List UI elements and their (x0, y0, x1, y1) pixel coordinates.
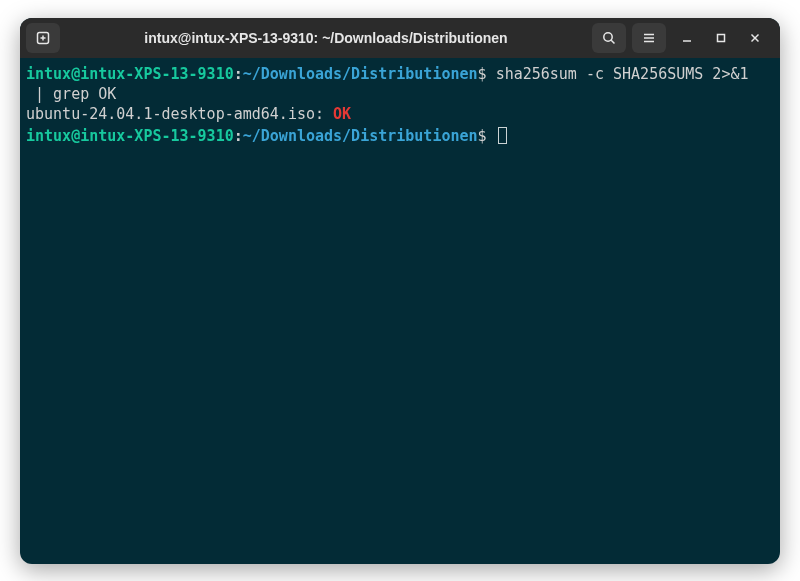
command-continuation: | grep OK (26, 85, 116, 103)
prompt-path: ~/Downloads/Distributionen (243, 65, 478, 83)
maximize-icon (715, 32, 727, 44)
output-status-ok: OK (333, 105, 351, 123)
svg-line-4 (611, 40, 614, 43)
close-icon (749, 32, 761, 44)
prompt-colon: : (234, 65, 243, 83)
prompt-user-host: intux@intux-XPS-13-9310 (26, 65, 234, 83)
prompt-sigil: $ (478, 65, 487, 83)
minimize-icon (681, 32, 693, 44)
minimize-button[interactable] (676, 27, 698, 49)
terminal-body[interactable]: intux@intux-XPS-13-9310:~/Downloads/Dist… (20, 58, 780, 564)
prompt-user-host: intux@intux-XPS-13-9310 (26, 127, 234, 145)
search-button[interactable] (592, 23, 626, 53)
hamburger-menu-icon (641, 30, 657, 46)
close-button[interactable] (744, 27, 766, 49)
menu-button[interactable] (632, 23, 666, 53)
svg-rect-9 (718, 34, 725, 41)
titlebar: intux@intux-XPS-13-9310: ~/Downloads/Dis… (20, 18, 780, 58)
search-icon (601, 30, 617, 46)
prompt-sigil: $ (478, 127, 487, 145)
maximize-button[interactable] (710, 27, 732, 49)
terminal-window: intux@intux-XPS-13-9310: ~/Downloads/Dis… (20, 18, 780, 564)
prompt-colon: : (234, 127, 243, 145)
window-title: intux@intux-XPS-13-9310: ~/Downloads/Dis… (66, 30, 586, 46)
new-tab-icon (35, 30, 51, 46)
window-controls (672, 27, 774, 49)
cursor (498, 127, 507, 144)
svg-point-3 (604, 32, 612, 40)
prompt-path: ~/Downloads/Distributionen (243, 127, 478, 145)
new-tab-button[interactable] (26, 23, 60, 53)
output-filename: ubuntu-24.04.1-desktop-amd64.iso: (26, 105, 333, 123)
command-text: sha256sum -c SHA256SUMS 2>&1 (496, 65, 749, 83)
